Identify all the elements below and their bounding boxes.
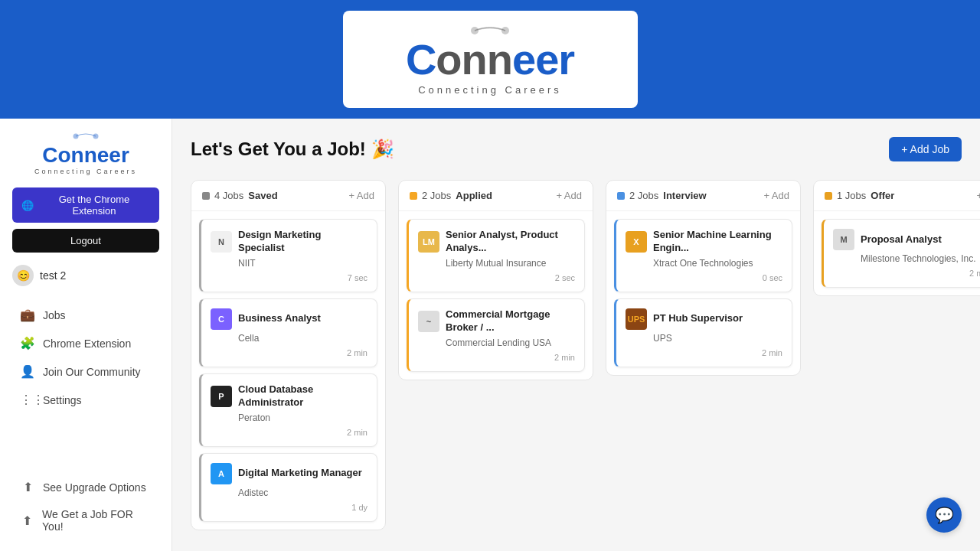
job-title: Business Analyst bbox=[238, 312, 321, 325]
job-title: Digital Marketing Manager bbox=[238, 467, 362, 480]
avatar: 😊 bbox=[12, 265, 34, 286]
company-name: Commercial Lending USA bbox=[418, 337, 575, 348]
company-name: NIIT bbox=[211, 258, 368, 269]
company-logo: C bbox=[211, 308, 232, 330]
job-card-top: A Digital Marketing Manager bbox=[211, 463, 368, 484]
job-time: 7 sec bbox=[211, 273, 368, 282]
job-time: 2 min bbox=[626, 348, 782, 357]
col-label-saved: Saved bbox=[248, 190, 277, 201]
company-name: Peraton bbox=[211, 412, 368, 423]
job-card-top: M Proposal Analyst bbox=[833, 229, 980, 250]
company-name: Xtract One Technologies bbox=[626, 258, 782, 269]
add-job-label: + Add Job bbox=[901, 143, 949, 155]
upgrade-icon: ⬆ bbox=[20, 480, 35, 494]
job-card-top: P Cloud Database Administrator bbox=[211, 383, 368, 409]
kanban-header-left-interview: 2 Jobs Interview bbox=[617, 190, 707, 201]
job-title: Design Marketing Specialist bbox=[238, 229, 368, 255]
table-row[interactable]: N Design Marketing Specialist NIIT 7 sec bbox=[199, 219, 377, 292]
table-row[interactable]: M Proposal Analyst Milestone Technologie… bbox=[822, 219, 980, 288]
sidebar: Conneer Connecting Careers 🌐 Get the Chr… bbox=[0, 119, 172, 551]
job-time: 2 min bbox=[211, 428, 368, 437]
app-header: Conneer Connecting Careers bbox=[0, 0, 980, 119]
sidebar-item-job-for-you[interactable]: ⬆ We Get a Job FOR You! bbox=[12, 502, 159, 539]
company-name: Cella bbox=[211, 333, 368, 344]
col-label-offer: Offer bbox=[871, 190, 894, 201]
job-title: Proposal Analyst bbox=[861, 233, 942, 246]
company-name: Liberty Mutual Insurance bbox=[418, 258, 575, 269]
company-logo: ~ bbox=[418, 311, 439, 332]
sidebar-logo: Conneer Connecting Careers bbox=[12, 131, 159, 175]
chrome-extension-icon: 🧩 bbox=[20, 336, 35, 350]
logout-button[interactable]: Logout bbox=[12, 229, 159, 253]
sidebar-item-community[interactable]: 👤 Join Our Community bbox=[12, 358, 159, 385]
header-tagline: Connecting Careers bbox=[418, 84, 562, 96]
sidebar-item-jobs[interactable]: 💼 Jobs bbox=[12, 302, 159, 328]
table-row[interactable]: C Business Analyst Cella 2 min bbox=[199, 298, 377, 367]
support-icon: 💬 bbox=[935, 506, 954, 524]
page-title: Let's Get You a Job! 🎉 bbox=[191, 139, 394, 160]
table-row[interactable]: LM Senior Analyst, Product Analys... Lib… bbox=[407, 219, 585, 292]
company-logo: N bbox=[211, 231, 232, 253]
job-time: 2 min bbox=[211, 348, 368, 357]
job-title: PT Hub Supervisor bbox=[653, 312, 743, 325]
sidebar-item-jobs-label: Jobs bbox=[43, 309, 66, 321]
main-content: Let's Get You a Job! 🎉 + Add Job 4 Jobs … bbox=[172, 119, 980, 551]
col-add-button-saved[interactable]: + Add bbox=[348, 190, 374, 201]
kanban-cards-applied: LM Senior Analyst, Product Analys... Lib… bbox=[399, 211, 593, 380]
col-add-button-applied[interactable]: + Add bbox=[556, 190, 582, 201]
chrome-extension-button[interactable]: 🌐 Get the Chrome Extension bbox=[12, 187, 159, 223]
header-logo: Conneer Connecting Careers bbox=[343, 11, 638, 108]
sidebar-item-chrome-extension[interactable]: 🧩 Chrome Extension bbox=[12, 330, 159, 357]
kanban-cards-offer: M Proposal Analyst Milestone Technologie… bbox=[814, 211, 980, 295]
job-title: Cloud Database Administrator bbox=[238, 383, 368, 409]
col-label-applied: Applied bbox=[456, 190, 492, 201]
job-card-top: N Design Marketing Specialist bbox=[211, 229, 368, 255]
job-time: 2 min bbox=[833, 269, 980, 278]
sidebar-item-settings[interactable]: ⋮⋮ Settings bbox=[12, 386, 159, 413]
add-job-button[interactable]: + Add Job bbox=[889, 137, 962, 161]
company-logo: LM bbox=[418, 231, 439, 253]
job-title: Senior Analyst, Product Analys... bbox=[446, 229, 575, 255]
jobs-icon: 💼 bbox=[20, 308, 35, 322]
job-card-top: LM Senior Analyst, Product Analys... bbox=[418, 229, 575, 255]
support-button[interactable]: 💬 bbox=[926, 497, 962, 533]
table-row[interactable]: ~ Commercial Mortgage Broker / ... Comme… bbox=[407, 298, 585, 372]
table-row[interactable]: UPS PT Hub Supervisor UPS 2 min bbox=[614, 298, 792, 367]
company-logo: UPS bbox=[626, 308, 647, 330]
col-count-interview: 2 Jobs bbox=[629, 190, 658, 201]
col-add-button-offer[interactable]: + Ad bbox=[977, 190, 980, 201]
table-row[interactable]: P Cloud Database Administrator Peraton 2… bbox=[199, 373, 377, 447]
kanban-cards-saved: N Design Marketing Specialist NIIT 7 sec… bbox=[191, 211, 385, 530]
kanban-cards-interview: X Senior Machine Learning Engin... Xtrac… bbox=[606, 211, 800, 375]
job-time: 2 min bbox=[418, 353, 575, 362]
table-row[interactable]: A Digital Marketing Manager Adistec 1 dy bbox=[199, 453, 377, 522]
sidebar-item-upgrade-label: See Upgrade Options bbox=[43, 481, 146, 494]
sidebar-item-settings-label: Settings bbox=[43, 394, 82, 406]
chrome-icon: 🌐 bbox=[21, 200, 34, 211]
kanban-board: 4 Jobs Saved + Add N Design Marketing Sp… bbox=[191, 180, 962, 530]
kanban-column-applied: 2 Jobs Applied + Add LM Senior Analyst, … bbox=[398, 180, 593, 380]
job-card-top: ~ Commercial Mortgage Broker / ... bbox=[418, 308, 575, 334]
company-name: UPS bbox=[626, 333, 782, 344]
job-title: Commercial Mortgage Broker / ... bbox=[446, 308, 575, 334]
header-logo-text: Conneer bbox=[406, 38, 574, 81]
sidebar-logo-tagline: Connecting Careers bbox=[12, 168, 159, 175]
col-add-button-interview[interactable]: + Add bbox=[763, 190, 789, 201]
sidebar-item-upgrade[interactable]: ⬆ See Upgrade Options bbox=[12, 474, 159, 500]
company-logo: M bbox=[833, 229, 854, 250]
kanban-header-left-saved: 4 Jobs Saved bbox=[202, 190, 278, 201]
table-row[interactable]: X Senior Machine Learning Engin... Xtrac… bbox=[614, 219, 792, 292]
col-dot-applied bbox=[410, 192, 417, 200]
kanban-column-interview: 2 Jobs Interview + Add X Senior Machine … bbox=[606, 180, 801, 376]
company-logo: P bbox=[211, 386, 232, 407]
job-card-top: X Senior Machine Learning Engin... bbox=[626, 229, 782, 255]
job-for-you-icon: ⬆ bbox=[20, 514, 34, 528]
sidebar-nav: 💼 Jobs 🧩 Chrome Extension 👤 Join Our Com… bbox=[12, 302, 159, 474]
company-logo: A bbox=[211, 463, 232, 484]
job-time: 2 sec bbox=[418, 273, 575, 282]
job-card-top: UPS PT Hub Supervisor bbox=[626, 308, 782, 330]
kanban-header-interview: 2 Jobs Interview + Add bbox=[606, 181, 800, 211]
job-time: 0 sec bbox=[626, 273, 782, 282]
kanban-header-saved: 4 Jobs Saved + Add bbox=[191, 181, 385, 211]
kanban-header-left-offer: 1 Jobs Offer bbox=[825, 190, 894, 201]
